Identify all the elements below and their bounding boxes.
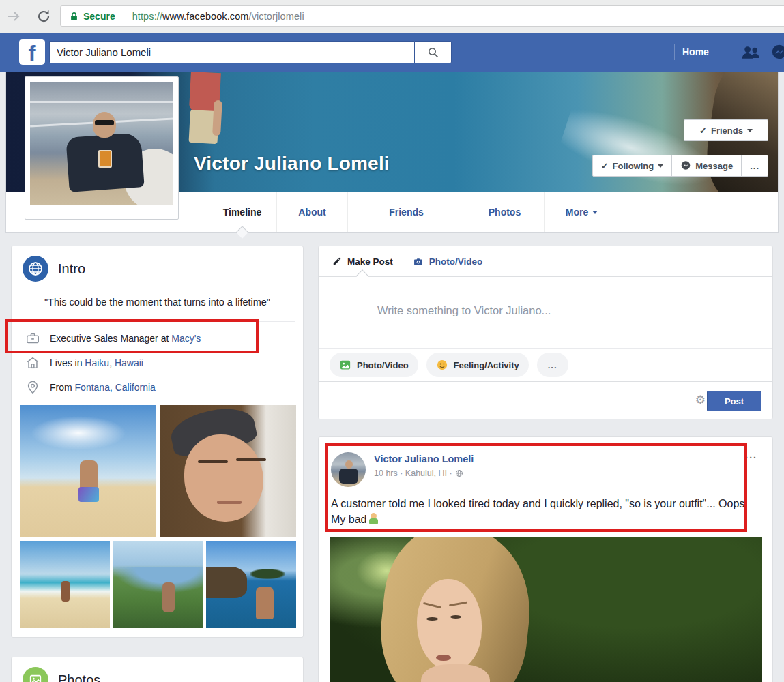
composer-attachments-row: Photo/Video Feeling/Activity ...: [319, 349, 772, 381]
post-image[interactable]: COMPLAINTS BOARD RESOLVINGSINCE 2004: [330, 537, 762, 682]
tab-about-label: About: [298, 207, 325, 218]
friends-button[interactable]: ✓ Friends: [684, 119, 768, 141]
message-button[interactable]: Message: [671, 155, 742, 177]
composer-input[interactable]: Write something to Victor Juliano...: [319, 277, 772, 349]
profile-picture[interactable]: [25, 76, 179, 220]
composer-placeholder: Write something to Victor Juliano...: [377, 304, 551, 317]
composer-more-button[interactable]: ...: [537, 353, 568, 377]
intro-work-row: Executive Sales Manager at Macy's: [12, 326, 303, 351]
following-button-label: Following: [613, 161, 654, 171]
photo-icon: [339, 359, 351, 371]
make-post-tab[interactable]: Make Post: [332, 246, 393, 276]
shrug-emoji-icon: [368, 513, 379, 524]
facebook-logo[interactable]: f: [19, 39, 45, 65]
search-icon: [427, 46, 439, 59]
location-pin-icon: [25, 380, 40, 395]
post-menu-button[interactable]: ...: [745, 449, 757, 460]
post-button[interactable]: Post: [707, 391, 761, 411]
pencil-icon: [332, 256, 342, 266]
post-meta[interactable]: 10 hrs · Kahului, HI ·: [374, 469, 463, 478]
photo-video-button-label: Photo/Video: [357, 360, 409, 370]
composer-more-ellipsis: ...: [548, 360, 557, 370]
reload-icon[interactable]: [35, 8, 52, 25]
url-path: /victorjlomeli: [249, 11, 304, 22]
tab-friends[interactable]: Friends: [347, 192, 465, 232]
divider: [403, 254, 403, 268]
divider: [20, 321, 295, 322]
tab-timeline[interactable]: Timeline: [208, 192, 276, 232]
address-bar[interactable]: Secure https://www.facebook.com/victorjl…: [60, 5, 784, 27]
secure-label: Secure: [83, 11, 115, 22]
photos-card-title: Photos: [58, 672, 100, 682]
briefcase-icon: [25, 331, 40, 346]
tab-photos-label: Photos: [489, 207, 521, 218]
feeling-activity-button[interactable]: Feeling/Activity: [426, 353, 529, 377]
featured-photos-grid: [20, 405, 296, 628]
url-text: https://www.facebook.com/victorjlomeli: [132, 11, 304, 22]
photos-icon: [23, 667, 48, 682]
caret-down-icon: [747, 129, 753, 132]
tab-photos[interactable]: Photos: [465, 192, 544, 232]
photo-selfie-cap[interactable]: [160, 405, 296, 537]
friend-requests-icon[interactable]: [741, 44, 760, 61]
tab-about[interactable]: About: [276, 192, 347, 232]
address-divider: [124, 10, 124, 23]
composer-tabs: Make Post Photo/Video: [319, 246, 772, 277]
message-button-label: Message: [695, 161, 733, 171]
more-ellipsis-label: ...: [750, 161, 759, 171]
active-tab-caret: [236, 226, 248, 238]
feeling-activity-label: Feeling/Activity: [454, 360, 519, 370]
post-card: Victor Juliano Lomeli 10 hrs · Kahului, …: [318, 436, 773, 682]
caret-down-icon: [592, 211, 598, 214]
search-button[interactable]: [414, 41, 452, 63]
photo-ocean-cliff[interactable]: [206, 541, 296, 628]
photo-green-valley[interactable]: [113, 541, 203, 628]
messenger-bubble-icon: [680, 160, 691, 171]
navbar-divider: [674, 44, 675, 60]
smiley-icon: [436, 359, 448, 371]
post-text-content: A customer told me I looked tired today …: [331, 498, 748, 525]
from-link[interactable]: Fontana, California: [75, 382, 156, 393]
privacy-globe-icon: [455, 469, 463, 477]
intro-card: Intro "This could be the moment that tur…: [11, 246, 304, 638]
caret-down-icon: [658, 164, 663, 168]
check-icon: ✓: [699, 125, 707, 136]
search-input[interactable]: [49, 41, 415, 63]
lives-text: Lives in: [50, 357, 85, 368]
photos-card: Photos: [11, 657, 304, 682]
home-link[interactable]: Home: [682, 33, 709, 72]
post-author-avatar[interactable]: [331, 452, 366, 487]
forward-arrow-icon[interactable]: [5, 8, 22, 25]
home-icon: [25, 355, 40, 370]
browser-toolbar: Secure https://www.facebook.com/victorjl…: [0, 0, 784, 33]
photo-beach-walking[interactable]: [20, 541, 110, 628]
make-post-label: Make Post: [347, 256, 393, 267]
gear-icon[interactable]: ⚙: [695, 394, 706, 406]
tab-more[interactable]: More: [544, 192, 619, 232]
secure-lock-icon: [69, 11, 79, 22]
url-host: www.facebook.com: [162, 11, 249, 22]
photo-beach-kneeling[interactable]: [20, 405, 156, 537]
post-author-link[interactable]: Victor Juliano Lomeli: [374, 454, 474, 464]
check-icon: ✓: [601, 161, 609, 171]
tab-timeline-label: Timeline: [223, 207, 262, 218]
friends-button-label: Friends: [711, 125, 743, 136]
photo-video-button[interactable]: Photo/Video: [330, 353, 418, 377]
post-text: A customer told me I looked tired today …: [331, 496, 749, 527]
intro-title: Intro: [58, 261, 85, 277]
intro-bio-quote: "This could be the moment that turns int…: [12, 286, 303, 309]
globe-icon: [23, 256, 48, 282]
url-scheme: https://: [132, 11, 162, 22]
more-actions-button[interactable]: ...: [741, 155, 768, 177]
following-button[interactable]: ✓ Following: [592, 155, 673, 177]
photo-video-tab-label: Photo/Video: [429, 256, 483, 267]
messenger-icon[interactable]: [770, 44, 784, 61]
work-text: Executive Sales Manager at: [50, 333, 171, 344]
lives-link[interactable]: Haiku, Hawaii: [85, 357, 143, 368]
screen: Secure https://www.facebook.com/victorjl…: [0, 0, 784, 682]
tab-friends-label: Friends: [389, 207, 424, 218]
photo-video-tab[interactable]: Photo/Video: [413, 246, 483, 276]
camera-icon: [413, 256, 424, 267]
profile-action-buttons: ✓ Following Message ...: [593, 155, 768, 177]
work-link[interactable]: Macy's: [171, 333, 201, 344]
